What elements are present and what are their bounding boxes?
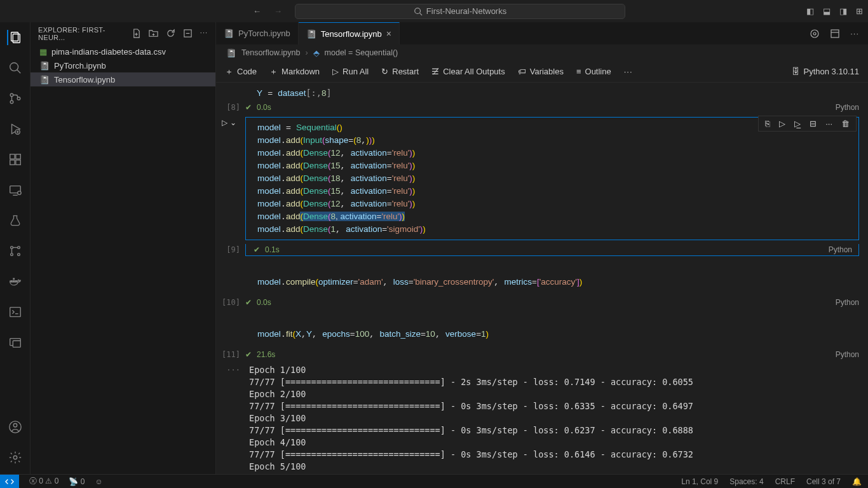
run-cell-icon[interactable]: ▷ [222,118,227,127]
cell-lang: Python [836,350,859,359]
more-actions-icon[interactable]: ··· [850,29,859,38]
toggle-render-icon[interactable] [830,29,840,39]
run-debug-icon[interactable] [8,121,23,137]
file-item[interactable]: 📓PyTorch.ipynb [31,58,215,72]
execute-cell-icon[interactable]: ▷ [779,119,785,128]
restart-icon: ↻ [381,67,388,76]
eol[interactable]: CRLF [775,477,795,486]
title-bar: ← → First-Neural-Networks ◧ ⬓ ◨ ⊞ [0,0,868,22]
add-markdown-button[interactable]: ＋Markdown [269,66,320,78]
notebook-toolbar: ＋Code ＋Markdown ▷Run All ↻Restart ☰̸Clea… [216,61,868,83]
svg-rect-46 [831,30,839,37]
remote-window-icon[interactable] [8,335,23,350]
collapse-icon[interactable] [183,29,193,38]
testing-icon[interactable] [8,213,23,228]
clear-outputs-button[interactable]: ☰̸Clear All Outputs [431,67,505,76]
exec-count: [8] [216,102,245,113]
svg-point-44 [813,32,816,35]
tab-tensorflow[interactable]: 📓Tensorflow.ipynb× [299,22,400,44]
delete-cell-icon[interactable]: 🗑 [841,119,850,128]
tab-pytorch[interactable]: 📓PyTorch.ipynb [216,22,299,44]
svg-point-24 [17,254,20,256]
add-code-button[interactable]: ＋Code [225,66,257,78]
explorer-sidebar: EXPLORER: FIRST-NEUR... ··· ▦pima-indian… [31,22,216,474]
nav-forward-icon[interactable]: → [274,6,282,16]
code-cell[interactable]: model = Sequential() model.add(Input(sha… [245,117,859,240]
indentation[interactable]: Spaces: 4 [729,477,763,486]
svg-point-19 [17,191,20,195]
outline-button[interactable]: ≡Outline [576,67,611,76]
svg-point-0 [415,8,421,13]
execute-below-icon[interactable]: ▷̲ [794,119,801,128]
svg-line-5 [17,70,20,74]
notebook-file-icon: 📓 [39,61,50,71]
search-text: First-Neural-Networks [426,6,506,16]
more-cell-icon[interactable]: ··· [825,119,832,128]
cell-lang: Python [829,245,858,254]
command-center[interactable]: First-Neural-Networks [295,4,625,19]
editor-tabs: 📓PyTorch.ipynb 📓Tensorflow.ipynb× ··· [216,22,868,44]
run-all-button[interactable]: ▷Run All [332,67,369,76]
success-icon: ✔ [245,298,252,307]
notifications-icon[interactable]: 🔔 [852,477,862,486]
feedback-icon[interactable]: ☺ [95,477,102,486]
chevron-right-icon: › [305,48,308,57]
file-item[interactable]: ▦pima-indians-diabetes-data.csv [31,44,215,58]
layout-secondary-icon[interactable]: ◨ [839,6,847,16]
chevron-down-icon[interactable]: ⌄ [230,118,236,127]
code-cell[interactable]: model.fit(X,Y, epochs=100, batch_size=10… [245,323,859,345]
split-cell-icon[interactable]: ⊟ [810,119,817,128]
cursor-position[interactable]: Ln 1, Col 9 [681,477,718,486]
problems-indicator[interactable]: ⓧ 0 ⚠ 0 [29,476,58,487]
search-activity-icon[interactable] [8,60,23,76]
svg-point-23 [10,254,13,256]
docker-icon[interactable] [8,274,23,289]
accounts-icon[interactable] [8,419,23,435]
notebook-body[interactable]: Y = dataset[:,8] [8]✔0.0sPython ⎘ ▷ ▷̲ ⊟… [216,83,868,474]
extensions-icon[interactable] [8,152,23,167]
file-item[interactable]: 📓Tensorflow.ipynb [31,72,215,86]
nav-back-icon[interactable]: ← [253,6,261,16]
variables-button[interactable]: 🏷Variables [518,67,564,76]
terminal-icon[interactable] [8,304,23,320]
cell-toolbar: ⎘ ▷ ▷̲ ⊟ ··· 🗑 [758,116,857,132]
svg-rect-34 [13,341,20,347]
svg-point-22 [17,247,20,249]
breadcrumb[interactable]: 📓 Tensorflow.ipynb › ⬘ model = Sequentia… [216,44,868,61]
cell-position[interactable]: Cell 3 of 7 [806,477,841,486]
kernel-picker[interactable]: 🗄Python 3.10.11 [792,67,859,76]
new-file-icon[interactable] [132,29,141,38]
variables-icon: 🏷 [518,67,526,76]
svg-rect-14 [10,160,14,165]
notebook-file-icon: 📓 [224,29,234,38]
svg-rect-16 [15,154,20,159]
explorer-title: EXPLORER: FIRST-NEUR... [38,26,132,41]
success-icon: ✔ [245,350,252,359]
new-folder-icon[interactable] [149,29,158,38]
layout-primary-icon[interactable]: ◧ [806,6,814,16]
ports-indicator[interactable]: 📡 0 [69,477,85,486]
cell-lang: Python [836,103,859,112]
references-icon[interactable] [8,243,23,259]
layout-panel-icon[interactable]: ⬓ [823,6,831,16]
close-icon[interactable]: × [386,29,391,39]
notebook-settings-icon[interactable] [810,29,820,39]
output-collapse-icon[interactable]: ··· [216,364,245,473]
more-icon[interactable]: ··· [200,29,208,38]
refresh-icon[interactable] [166,29,175,38]
more-toolbar-icon[interactable]: ··· [624,67,633,76]
source-control-icon[interactable] [8,91,23,106]
exec-count: [11] [216,349,245,360]
success-icon: ✔ [254,245,260,254]
explorer-icon[interactable] [7,30,22,45]
remote-explorer-icon[interactable] [8,182,23,198]
remote-indicator[interactable] [0,475,19,489]
svg-rect-15 [15,160,20,165]
layout-customize-icon[interactable]: ⊞ [856,6,863,16]
notebook-file-icon: 📓 [39,75,50,85]
cell-lang: Python [836,298,859,307]
restart-button[interactable]: ↻Restart [381,67,419,76]
code-cell[interactable]: model.compile(optimizer='adam', loss='bi… [245,271,859,293]
run-by-line-icon[interactable]: ⎘ [765,119,770,128]
settings-gear-icon[interactable] [8,450,23,465]
